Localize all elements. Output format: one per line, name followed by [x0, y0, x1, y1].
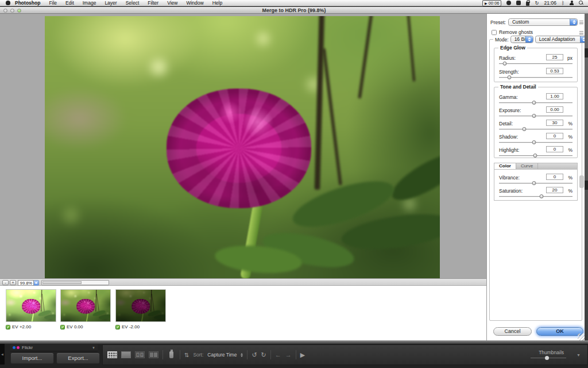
slider-thumb[interactable] [522, 127, 526, 131]
rotate-right-icon[interactable]: ↻ [261, 351, 266, 359]
detail-slider[interactable] [499, 127, 572, 132]
export-button[interactable]: Export... [56, 352, 100, 364]
include-checkbox[interactable]: ✓ [60, 325, 65, 329]
apple-menu-icon[interactable] [6, 1, 10, 5]
slider-thumb[interactable] [507, 75, 511, 79]
radius-slider[interactable] [499, 62, 572, 66]
menu-window[interactable]: Window [186, 0, 203, 6]
slideshow-play-icon[interactable]: ▶ [300, 351, 305, 359]
slider-thumb[interactable] [540, 194, 544, 198]
remove-ghosts-checkbox[interactable] [492, 30, 497, 35]
slider-thumb[interactable] [533, 154, 537, 158]
thumb-image[interactable] [6, 289, 56, 322]
menu-bar-clock[interactable]: 21:06 [544, 0, 556, 6]
painter-tool-icon[interactable] [169, 351, 173, 358]
panel-scrollbar-thumb[interactable] [579, 175, 584, 188]
strength-value-field[interactable]: 0.53 [546, 68, 563, 74]
menu-image[interactable]: Image [83, 0, 96, 6]
zoom-out-button[interactable]: - [2, 280, 9, 285]
slider-knob[interactable] [545, 356, 549, 360]
publish-service-row[interactable]: Flickr ▼ [10, 344, 98, 351]
vibrance-slider[interactable] [499, 181, 572, 186]
thumb-image[interactable] [115, 289, 166, 322]
scrollbar-thumb[interactable] [42, 281, 82, 284]
thumbnail-size-slider[interactable] [531, 355, 566, 361]
import-button[interactable]: Import... [10, 352, 54, 364]
source-thumb-ev-minus2[interactable]: ✓ EV -2.00 [115, 289, 166, 329]
sort-value[interactable]: Capture Time [207, 352, 237, 358]
window-resize-grip[interactable] [578, 334, 585, 340]
highlight-slider[interactable] [499, 154, 572, 158]
grid-view-icon[interactable] [107, 351, 117, 358]
gamma-value-field[interactable]: 1.00 [546, 93, 563, 99]
user-icon[interactable] [570, 1, 574, 5]
method-dropdown[interactable]: Local Adaptation [535, 36, 588, 43]
vibrance-value-field[interactable]: 0 [546, 174, 563, 180]
radius-value-field[interactable]: 25 [546, 54, 563, 60]
tab-color[interactable]: Color [494, 163, 516, 169]
include-checkbox[interactable]: ✓ [6, 325, 10, 329]
ghosts-menu-icon[interactable] [579, 31, 583, 34]
zoom-in-button[interactable]: + [10, 280, 16, 285]
menu-edit[interactable]: Edit [65, 0, 74, 6]
minimize-button[interactable] [10, 9, 14, 13]
slider-thumb[interactable] [532, 114, 536, 118]
zoom-window-button[interactable] [17, 9, 21, 13]
menu-file[interactable]: File [49, 0, 57, 6]
detail-value-field[interactable]: 30 [546, 120, 563, 126]
strength-slider[interactable] [499, 75, 572, 80]
slider-thumb[interactable] [532, 140, 536, 144]
hdr-preview-image[interactable] [45, 16, 440, 278]
slider-thumb[interactable] [503, 62, 507, 66]
horizontal-scrollbar[interactable] [41, 280, 109, 285]
menu-help[interactable]: Help [212, 0, 222, 6]
tab-curve[interactable]: Curve [516, 163, 538, 169]
rotate-left-icon[interactable]: ↺ [252, 351, 257, 359]
preset-menu-icon[interactable] [579, 21, 583, 24]
toolbar-chevron-icon[interactable]: ▼ [577, 353, 581, 357]
window-title-bar[interactable]: Merge to HDR Pro (99.8%) [0, 7, 588, 14]
status-app-icon-2[interactable] [516, 1, 521, 5]
compare-view-icon[interactable]: X Y [135, 351, 145, 358]
slider-thumb[interactable] [532, 181, 536, 185]
menu-view[interactable]: View [167, 0, 177, 6]
include-checkbox[interactable]: ✓ [115, 325, 120, 329]
shadow-slider[interactable] [499, 140, 572, 145]
previous-photo-icon[interactable]: ← [275, 351, 281, 358]
exposure-value-field[interactable]: 0.00 [546, 106, 563, 113]
recording-timer-badge[interactable]: ▶ 00:06 [482, 0, 501, 6]
menu-filter[interactable]: Filter [148, 0, 158, 6]
sort-direction-icon[interactable]: ⇅ [184, 352, 189, 358]
zoom-level-field[interactable]: 99.8% [18, 280, 34, 286]
saturation-value-field[interactable]: 20 [546, 187, 563, 193]
source-thumb-ev-0[interactable]: ✓ EV 0.00 [60, 289, 111, 329]
close-button[interactable] [3, 9, 7, 13]
saturation-slider[interactable] [499, 194, 572, 199]
preset-dropdown[interactable]: Custom [508, 18, 578, 26]
exposure-slider[interactable] [499, 114, 572, 118]
thumb-image[interactable] [60, 289, 111, 322]
source-thumb-ev-plus2[interactable]: ✓ EV +2.00 [6, 289, 56, 329]
left-panel-collapse[interactable]: ◀ [0, 344, 5, 365]
shadow-value-field[interactable]: 0 [546, 133, 563, 139]
slider-thumb[interactable] [532, 101, 536, 105]
sort-stepper-icon[interactable] [241, 353, 243, 357]
loupe-view-icon[interactable] [121, 351, 131, 358]
gamma-slider[interactable] [499, 101, 572, 105]
highlight-value-field[interactable]: 0 [546, 146, 563, 152]
bluetooth-icon[interactable]: ᛒ [562, 0, 564, 6]
cancel-button[interactable]: Cancel [493, 327, 532, 336]
bit-depth-dropdown[interactable]: 16 Bit [510, 36, 533, 43]
survey-view-icon[interactable] [149, 351, 158, 358]
spotlight-icon[interactable] [579, 1, 583, 5]
ok-button[interactable]: OK [536, 327, 583, 336]
menu-select[interactable]: Select [126, 0, 140, 6]
lock-icon[interactable] [526, 2, 529, 6]
menu-layer[interactable]: Layer [105, 0, 117, 6]
preview-canvas[interactable] [0, 14, 486, 278]
publish-expand-icon[interactable]: ▼ [92, 346, 95, 350]
zoom-stepper[interactable] [34, 280, 39, 286]
menu-photoshop[interactable]: Photoshop [15, 0, 40, 6]
next-photo-icon[interactable]: → [285, 351, 292, 358]
status-app-icon-1[interactable] [506, 1, 511, 5]
